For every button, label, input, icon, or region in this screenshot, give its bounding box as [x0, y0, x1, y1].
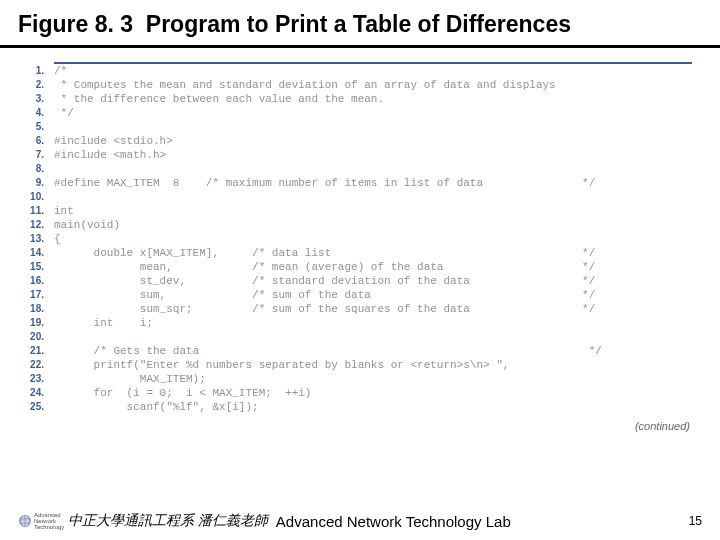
code-line: 9.#define MAX_ITEM 8 /* maximum number o… [54, 176, 692, 190]
code-line: 17. sum, /* sum of the data */ [54, 288, 692, 302]
code-text: mean, /* mean (average) of the data */ [48, 260, 692, 274]
code-text: #define MAX_ITEM 8 /* maximum number of … [48, 176, 692, 190]
code-line: 22. printf("Enter %d numbers separated b… [54, 358, 692, 372]
code-text: /* Gets the data */ [48, 344, 692, 358]
line-number: 25. [24, 400, 48, 414]
code-text: int [48, 204, 692, 218]
code-line: 8. [54, 162, 692, 176]
code-line: 20. [54, 330, 692, 344]
code-text: sum, /* sum of the data */ [48, 288, 692, 302]
code-line: 15. mean, /* mean (average) of the data … [54, 260, 692, 274]
code-line: 11.int [54, 204, 692, 218]
slide-header: Figure 8. 3 Program to Print a Table of … [0, 0, 720, 48]
code-text: * Computes the mean and standard deviati… [48, 78, 692, 92]
code-line: 16. st_dev, /* standard deviation of the… [54, 274, 692, 288]
code-line: 25. scanf("%lf", &x[i]); [54, 400, 692, 414]
code-text: printf("Enter %d numbers separated by bl… [48, 358, 692, 372]
line-number: 22. [24, 358, 48, 372]
code-line: 2. * Computes the mean and standard devi… [54, 78, 692, 92]
code-text: for (i = 0; i < MAX_ITEM; ++i) [48, 386, 692, 400]
continued-label: (continued) [0, 420, 690, 432]
globe-icon [18, 514, 32, 528]
code-line: 6.#include <stdio.h> [54, 134, 692, 148]
line-number: 19. [24, 316, 48, 330]
code-line: 4. */ [54, 106, 692, 120]
line-number: 16. [24, 274, 48, 288]
page-number: 15 [689, 514, 702, 528]
line-number: 6. [24, 134, 48, 148]
footer-chinese: 中正大學通訊工程系 潘仁義老師 [68, 512, 268, 530]
line-number: 15. [24, 260, 48, 274]
code-line: 24. for (i = 0; i < MAX_ITEM; ++i) [54, 386, 692, 400]
code-line: 1./* [54, 64, 692, 78]
code-line: 21. /* Gets the data */ [54, 344, 692, 358]
code-line: 10. [54, 190, 692, 204]
line-number: 23. [24, 372, 48, 386]
line-number: 17. [24, 288, 48, 302]
code-line: 3. * the difference between each value a… [54, 92, 692, 106]
code-text: { [48, 232, 692, 246]
line-number: 21. [24, 344, 48, 358]
code-text: * the difference between each value and … [48, 92, 692, 106]
code-text: int i; [48, 316, 692, 330]
code-line: 13.{ [54, 232, 692, 246]
line-number: 8. [24, 162, 48, 176]
code-text: main(void) [48, 218, 692, 232]
code-line: 14. double x[MAX_ITEM], /* data list */ [54, 246, 692, 260]
line-number: 18. [24, 302, 48, 316]
code-line: 23. MAX_ITEM); [54, 372, 692, 386]
line-number: 14. [24, 246, 48, 260]
line-number: 5. [24, 120, 48, 134]
line-number: 1. [24, 64, 48, 78]
slide-title: Figure 8. 3 Program to Print a Table of … [18, 10, 702, 39]
line-number: 4. [24, 106, 48, 120]
code-text: #include <math.h> [48, 148, 692, 162]
line-number: 9. [24, 176, 48, 190]
code-line: 5. [54, 120, 692, 134]
slide-footer: Advanced Network Technology 中正大學通訊工程系 潘仁… [0, 512, 720, 530]
lab-logo: Advanced Network Technology [18, 512, 64, 530]
code-text: */ [48, 106, 692, 120]
code-text: #include <stdio.h> [48, 134, 692, 148]
code-listing: 1./*2. * Computes the mean and standard … [54, 62, 692, 414]
line-number: 24. [24, 386, 48, 400]
code-text: sum_sqr; /* sum of the squares of the da… [48, 302, 692, 316]
code-text: MAX_ITEM); [48, 372, 692, 386]
line-number: 2. [24, 78, 48, 92]
line-number: 12. [24, 218, 48, 232]
code-line: 18. sum_sqr; /* sum of the squares of th… [54, 302, 692, 316]
code-line: 12.main(void) [54, 218, 692, 232]
code-line: 7.#include <math.h> [54, 148, 692, 162]
line-number: 13. [24, 232, 48, 246]
code-text: scanf("%lf", &x[i]); [48, 400, 692, 414]
figure-caption: Program to Print a Table of Differences [146, 11, 571, 37]
code-text: st_dev, /* standard deviation of the dat… [48, 274, 692, 288]
code-text: /* [48, 64, 692, 78]
footer-english: Advanced Network Technology Lab [276, 513, 511, 530]
line-number: 20. [24, 330, 48, 344]
logo-text: Advanced Network Technology [34, 512, 64, 530]
line-number: 3. [24, 92, 48, 106]
code-line: 19. int i; [54, 316, 692, 330]
line-number: 11. [24, 204, 48, 218]
code-text: double x[MAX_ITEM], /* data list */ [48, 246, 692, 260]
figure-number: Figure 8. 3 [18, 11, 133, 37]
line-number: 10. [24, 190, 48, 204]
line-number: 7. [24, 148, 48, 162]
